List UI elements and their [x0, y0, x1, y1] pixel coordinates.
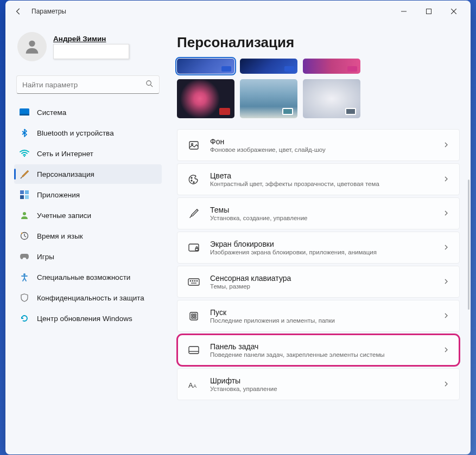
setting-touch-keyboard[interactable]: Сенсорная клавиатураТемы, размер	[177, 266, 460, 298]
svg-point-28	[194, 280, 195, 281]
back-button[interactable]	[10, 3, 27, 20]
theme-thumbnail[interactable]	[177, 79, 234, 118]
svg-point-29	[196, 280, 197, 281]
setting-start[interactable]: ПускПоследние приложения и элементы, пап…	[177, 300, 460, 332]
wifi-icon	[20, 149, 29, 158]
setting-themes[interactable]: ТемыУстановка, создание, управление	[177, 197, 460, 229]
svg-rect-31	[190, 312, 198, 320]
setting-title: Шрифты	[210, 376, 433, 385]
profile-name: Андрей Зимин	[53, 35, 129, 43]
nav-gaming[interactable]: Игры	[14, 247, 162, 266]
theme-thumbnail[interactable]	[177, 59, 234, 74]
setting-fonts[interactable]: AA ШрифтыУстановка, управление	[177, 368, 460, 400]
theme-thumbnail[interactable]	[240, 59, 297, 74]
theme-row	[177, 79, 460, 118]
nav-label: Bluetooth и устройства	[37, 129, 114, 137]
start-icon	[187, 310, 200, 323]
keyboard-icon	[187, 275, 200, 289]
setting-desc: Последние приложения и элементы, папки	[210, 317, 433, 324]
titlebar: Параметры	[5, 1, 471, 22]
nav-privacy[interactable]: Конфиденциальность и защита	[14, 288, 162, 307]
taskbar-icon	[187, 344, 200, 357]
svg-line-6	[150, 85, 153, 87]
nav-label: Игры	[37, 253, 54, 261]
nav-label: Учетные записи	[37, 212, 91, 220]
svg-rect-34	[192, 317, 193, 318]
svg-point-9	[24, 156, 26, 157]
search-icon	[145, 80, 154, 90]
svg-text:A: A	[193, 383, 196, 389]
svg-text:A: A	[188, 381, 193, 389]
setting-lockscreen[interactable]: Экран блокировкиИзображения экрана блоки…	[177, 232, 460, 264]
nav-accounts[interactable]: Учетные записи	[14, 206, 162, 225]
search-box[interactable]	[16, 75, 160, 94]
nav-personalization[interactable]: Персонализация	[14, 164, 162, 184]
svg-rect-12	[20, 195, 24, 199]
svg-rect-13	[25, 195, 29, 199]
nav-list: Система Bluetooth и устройства Сеть и Ин…	[14, 102, 162, 328]
system-icon	[20, 107, 29, 117]
nav-accessibility[interactable]: Специальные возможности	[14, 267, 162, 287]
chevron-right-icon	[443, 277, 449, 287]
svg-rect-1	[427, 9, 431, 14]
nav-bluetooth[interactable]: Bluetooth и устройства	[14, 123, 162, 143]
close-button[interactable]	[441, 3, 466, 20]
lockscreen-icon	[187, 241, 200, 254]
setting-colors[interactable]: ЦветаКонтрастный цвет, эффекты прозрачно…	[177, 163, 460, 195]
nav-label: Система	[37, 108, 66, 117]
nav-network[interactable]: Сеть и Интернет	[14, 144, 162, 163]
chevron-right-icon	[443, 209, 449, 219]
font-icon: AA	[187, 378, 200, 391]
theme-thumbnail[interactable]	[303, 79, 360, 118]
svg-rect-32	[192, 314, 193, 316]
search-input[interactable]	[22, 81, 145, 89]
svg-point-5	[147, 80, 151, 85]
svg-rect-10	[20, 190, 24, 194]
chevron-right-icon	[443, 140, 449, 150]
svg-rect-36	[189, 347, 199, 354]
svg-rect-33	[194, 314, 196, 316]
gamepad-icon	[20, 252, 29, 261]
minimize-button[interactable]	[391, 3, 416, 20]
setting-desc: Установка, создание, управление	[210, 215, 433, 221]
paintbrush-icon	[20, 169, 29, 179]
nav-label: Персонализация	[37, 170, 94, 178]
settings-list: ФонФоновое изображение, цвет, слайд-шоу …	[177, 129, 460, 400]
update-icon	[20, 313, 29, 323]
nav-time-language[interactable]: Время и язык	[14, 226, 162, 246]
nav-system[interactable]: Система	[14, 102, 162, 122]
setting-title: Сенсорная клавиатура	[210, 274, 433, 283]
setting-desc: Контрастный цвет, эффекты прозрачности, …	[210, 181, 433, 187]
setting-title: Пуск	[210, 308, 433, 317]
svg-point-14	[23, 212, 26, 215]
nav-label: Приложения	[37, 191, 80, 199]
brush-icon	[187, 207, 200, 220]
nav-label: Сеть и Интернет	[37, 150, 93, 158]
avatar	[17, 32, 47, 61]
setting-taskbar[interactable]: Панель задачПоведение панели задач, закр…	[177, 334, 460, 366]
setting-desc: Темы, размер	[210, 283, 433, 290]
maximize-button[interactable]	[416, 3, 441, 20]
svg-point-21	[191, 180, 192, 181]
setting-desc: Установка, управление	[210, 386, 433, 392]
clock-icon	[20, 231, 29, 241]
svg-rect-11	[25, 190, 29, 194]
image-icon	[187, 139, 200, 152]
setting-background[interactable]: ФонФоновое изображение, цвет, слайд-шоу	[177, 129, 460, 161]
theme-thumbnail[interactable]	[240, 79, 297, 118]
setting-title: Темы	[210, 206, 433, 214]
svg-rect-8	[20, 114, 29, 116]
svg-point-4	[29, 41, 35, 47]
svg-rect-35	[194, 317, 196, 318]
palette-icon	[187, 173, 200, 186]
main-content: Персонализация ФонФоновое изображение, ц…	[168, 22, 471, 454]
nav-windows-update[interactable]: Центр обновления Windows	[14, 309, 162, 328]
chevron-right-icon	[443, 345, 449, 355]
profile-section[interactable]: Андрей Зимин	[14, 27, 162, 65]
accessibility-icon	[20, 272, 29, 282]
setting-desc: Фоновое изображение, цвет, слайд-шоу	[210, 146, 433, 153]
nav-apps[interactable]: Приложения	[14, 185, 162, 204]
theme-thumbnail[interactable]	[303, 59, 360, 74]
scrollbar[interactable]	[468, 180, 469, 310]
svg-point-22	[193, 182, 194, 183]
